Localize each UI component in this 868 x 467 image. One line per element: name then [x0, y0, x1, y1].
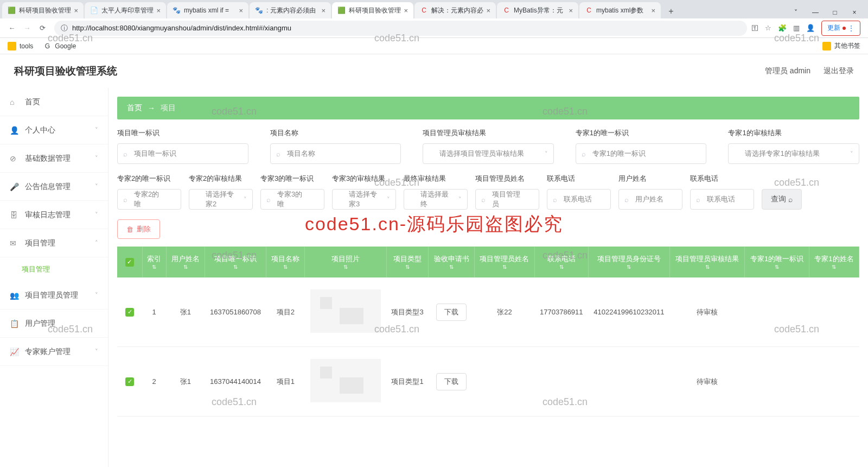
table-header[interactable]: 索引⇅ — [142, 247, 166, 277]
logout-link[interactable]: 退出登录 — [824, 66, 854, 76]
search-button[interactable]: 查询 ⌕ — [762, 189, 802, 210]
browser-tab[interactable]: 🟩科研项目验收管理× — [2, 2, 84, 18]
download-button[interactable]: 下载 — [436, 304, 467, 321]
sidebar-item[interactable]: 👤个人中心˅ — [0, 116, 108, 144]
bookmark-google[interactable]: GGoogle — [43, 42, 76, 51]
browser-tab[interactable]: CMyBatis异常：元× — [497, 2, 578, 18]
close-icon[interactable]: × — [239, 7, 243, 15]
filter-input[interactable]: ⌕专家1的唯一标识 — [576, 143, 707, 164]
table-header[interactable]: 专家1的姓名⇅ — [809, 247, 859, 277]
close-icon[interactable]: × — [486, 7, 490, 15]
filter-label: 专家3的审核结果 — [332, 174, 396, 184]
back-button[interactable]: ← — [4, 21, 20, 36]
close-icon[interactable]: × — [569, 7, 573, 15]
table-header[interactable]: 用户姓名⇅ — [166, 247, 205, 277]
table-header[interactable]: ✓ — [117, 247, 142, 277]
table-header[interactable]: 项目管理员审核结果⇅ — [670, 247, 745, 277]
filter-select[interactable]: 请选择项目管理员审核结果˅ — [423, 143, 554, 164]
close-icon[interactable]: × — [404, 7, 408, 15]
close-icon[interactable]: × — [74, 7, 78, 15]
browser-tab-active[interactable]: 🟩科研项目验收管理× — [332, 2, 413, 18]
table-header[interactable]: 验收申请书⇅ — [429, 247, 475, 277]
table-header[interactable]: 项目名称⇅ — [266, 247, 305, 277]
chevron-down-icon: ˅ — [95, 292, 98, 299]
download-button[interactable]: 下载 — [436, 373, 467, 390]
checkbox[interactable]: ✓ — [125, 308, 134, 317]
close-icon[interactable]: × — [651, 7, 655, 15]
filter-input[interactable]: ⌕用户姓名 — [618, 189, 682, 210]
filter-input[interactable]: ⌕项目管理员 — [475, 189, 539, 210]
table-header[interactable]: 项目管理员姓名⇅ — [474, 247, 534, 277]
sidebar-item[interactable]: ⊘基础数据管理˅ — [0, 144, 108, 173]
browser-tab[interactable]: 📄太平人寿印章管理× — [85, 2, 166, 18]
filter-input[interactable]: ⌕联系电话 — [547, 189, 611, 210]
chevron-up-icon: ˄ — [95, 239, 98, 247]
table-header[interactable]: 项目照片⇅ — [305, 247, 386, 277]
extension-icon[interactable]: 🧩 — [778, 24, 787, 32]
breadcrumb-home[interactable]: 首页 — [127, 103, 142, 113]
sidebar-item[interactable]: 🎤公告信息管理˅ — [0, 173, 108, 201]
app-header: 科研项目验收管理系统 管理员 admin 退出登录 — [0, 54, 868, 88]
table-row: ✓ 2 张1 1637044140014 项目1 项目类型1 下载 待审核 — [117, 347, 859, 416]
star-icon[interactable]: ☆ — [765, 24, 771, 32]
sidebar-item[interactable]: 📋用户管理 — [0, 310, 108, 338]
filter-input[interactable]: ⌕项目名称 — [270, 143, 401, 164]
update-button[interactable]: 更新⋮ — [821, 21, 860, 36]
filter-select[interactable]: 请选择最终˅ — [404, 189, 468, 210]
filter-input[interactable]: ⌕项目唯一标识 — [117, 143, 248, 164]
close-icon[interactable]: × — [321, 7, 326, 15]
browser-tab[interactable]: 🐾: 元素内容必须由× — [250, 2, 331, 18]
sidebar-sub-item[interactable]: 项目管理 — [0, 257, 108, 281]
filter-select[interactable]: 请选择专家1的审核结果˅ — [728, 143, 859, 164]
other-bookmarks[interactable]: 其他书签 — [834, 41, 860, 51]
sidebar-item[interactable]: ⌂首页 — [0, 88, 108, 116]
close-icon[interactable]: × — [156, 7, 161, 15]
filter-select[interactable]: 请选择专家2˅ — [189, 189, 253, 210]
bookmark-folder-tools[interactable]: tools — [8, 42, 33, 51]
sort-icon: ⇅ — [391, 264, 424, 270]
filter-input[interactable]: ⌕专家2的唯 — [117, 189, 181, 210]
tab-favicon: C — [420, 7, 428, 15]
tab-favicon: 📄 — [90, 7, 98, 15]
filter-input[interactable]: ⌕联系电话 — [690, 189, 754, 210]
search-icon: ⌕ — [788, 195, 793, 204]
table-header[interactable]: 项目类型⇅ — [386, 247, 429, 277]
sort-icon: ⇅ — [749, 264, 805, 270]
url-input[interactable]: ⓘhttp://localhost:8080/xiangmuyanshou/ad… — [54, 21, 747, 36]
filter-label: 项目管理员审核结果 — [423, 128, 554, 138]
maximize-icon[interactable]: □ — [831, 9, 839, 16]
checkbox[interactable]: ✓ — [125, 377, 134, 386]
filter-select[interactable]: 请选择专家3˅ — [332, 189, 396, 210]
checkbox[interactable]: ✓ — [125, 258, 134, 267]
sidebar-item[interactable]: 👥项目管理员管理˅ — [0, 281, 108, 310]
filter-row-2: 专家2的唯一标识⌕专家2的唯专家2的审核结果请选择专家2˅专家3的唯一标识⌕专家… — [117, 174, 859, 210]
search-icon: ⌕ — [696, 195, 700, 204]
browser-tab[interactable]: 🐾mybatis xml if =× — [167, 2, 248, 18]
browser-tab[interactable]: C解决：元素内容必× — [414, 2, 496, 18]
reload-button[interactable]: ⟳ — [35, 21, 50, 36]
sidebar-item[interactable]: 🗄审核日志管理˅ — [0, 201, 108, 229]
minimize-icon[interactable]: — — [812, 9, 819, 16]
menu-icon: ✉ — [10, 239, 18, 248]
reading-list-icon[interactable]: ▥ — [793, 24, 800, 32]
filter-label: 最终审核结果 — [404, 174, 468, 184]
delete-button[interactable]: 🗑删除 — [117, 219, 160, 239]
sidebar-item[interactable]: ✉项目管理˄ — [0, 229, 108, 257]
table-header[interactable]: 项目管理员身份证号⇅ — [588, 247, 670, 277]
forward-button[interactable]: → — [20, 21, 35, 36]
profile-icon[interactable]: 👤 — [806, 24, 815, 32]
close-window-icon[interactable]: × — [851, 9, 858, 16]
filter-input[interactable]: ⌕专家3的唯 — [260, 189, 324, 210]
table-header[interactable]: 项目唯一标识⇅ — [205, 247, 266, 277]
sidebar-item[interactable]: 📈专家账户管理˅ — [0, 338, 108, 366]
chevron-down-icon: ˅ — [387, 196, 390, 203]
key-icon[interactable]: ⚿ — [751, 24, 758, 32]
search-icon: ⌕ — [582, 150, 586, 158]
table-header[interactable]: 联系电话⇅ — [535, 247, 588, 277]
browser-tab[interactable]: Cmybatis xml参数× — [579, 2, 661, 18]
app-title: 科研项目验收管理系统 — [14, 64, 117, 78]
tab-dropdown-icon[interactable]: ˅ — [792, 9, 800, 16]
new-tab-button[interactable]: + — [664, 4, 678, 18]
table-header[interactable]: 专家1的唯一标识⇅ — [745, 247, 809, 277]
filter-label: 项目唯一标识 — [117, 128, 248, 138]
